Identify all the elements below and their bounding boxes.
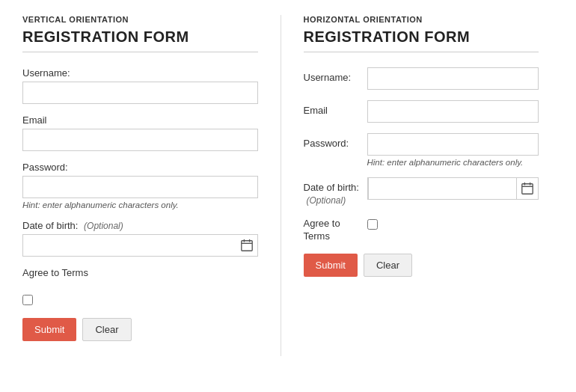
horizontal-agree-label: Agree to Terms [304,218,367,243]
vertical-email-input[interactable] [22,129,258,151]
horizontal-dob-input-wrap: 5/7/2020 [367,177,539,200]
svg-rect-0 [241,241,251,251]
vertical-password-hint: Hint: enter alphanumeric characters only… [22,200,258,209]
vertical-dob-group: Date of birth: (Optional) 5/7/2020 [22,220,258,257]
horizontal-submit-button[interactable]: Submit [304,254,358,277]
calendar-icon [521,182,534,195]
vertical-dob-field-wrapper: 5/7/2020 [22,234,258,257]
horizontal-section: HORIZONTAL ORIENTATION REGISTRATION FORM… [289,15,554,356]
main-layout: VERTICAL ORIENTATION REGISTRATION FORM U… [22,15,554,356]
vertical-dob-optional: (Optional) [84,221,123,231]
horizontal-username-input-wrap [367,67,539,90]
vertical-username-input[interactable] [22,82,258,104]
vertical-email-group: Email [22,114,258,151]
calendar-icon [240,239,254,252]
vertical-agree-label: Agree to Terms [22,267,88,278]
vertical-submit-button[interactable]: Submit [22,318,76,341]
vertical-form-title: REGISTRATION FORM [22,28,258,52]
horizontal-dob-label: Date of birth: (Optional) [304,177,367,207]
horizontal-agree-checkbox[interactable] [367,219,378,230]
vertical-button-row: Submit Clear [22,318,258,341]
horizontal-email-input[interactable] [367,100,539,123]
horizontal-form-title: REGISTRATION FORM [304,28,539,52]
vertical-password-label: Password: [22,162,258,173]
horizontal-username-label: Username: [304,67,367,83]
horizontal-dob-optional: (Optional) [307,195,346,206]
horizontal-email-group: Email [304,100,539,123]
vertical-dob-label: Date of birth: (Optional) [22,220,258,231]
horizontal-password-input-wrap: Hint: enter alphanumeric characters only… [367,133,539,167]
horizontal-dob-group: Date of birth: (Optional) 5/7/2020 [304,177,539,207]
horizontal-form: Username: Email Password: Hint: enter al… [304,67,539,277]
horizontal-email-input-wrap [367,100,539,123]
horizontal-section-label: HORIZONTAL ORIENTATION [304,15,539,24]
horizontal-username-group: Username: [304,67,539,90]
horizontal-calendar-button[interactable] [517,178,538,199]
horizontal-password-group: Password: Hint: enter alphanumeric chara… [304,133,539,167]
vertical-password-group: Password: Hint: enter alphanumeric chara… [22,162,258,209]
vertical-calendar-button[interactable] [236,235,257,256]
horizontal-dob-input[interactable]: 5/7/2020 [368,177,518,200]
vertical-password-input[interactable] [22,176,258,198]
vertical-username-label: Username: [22,67,258,79]
horizontal-agree-input-wrap [367,218,378,232]
horizontal-button-row: Submit Clear [304,254,539,277]
horizontal-email-label: Email [304,100,367,116]
vertical-agree-checkbox[interactable] [22,295,33,305]
svg-rect-4 [522,184,533,195]
horizontal-clear-button[interactable]: Clear [364,254,412,277]
vertical-clear-button[interactable]: Clear [82,318,131,341]
vertical-form: Username: Email Password: Hint: enter al… [22,67,258,341]
horizontal-password-hint: Hint: enter alphanumeric characters only… [367,158,539,167]
vertical-section-label: VERTICAL ORIENTATION [22,15,258,24]
horizontal-username-input[interactable] [367,67,539,90]
horizontal-password-input[interactable] [367,133,539,156]
vertical-dob-input[interactable]: 5/7/2020 [23,235,236,256]
horizontal-dob-field-wrapper: 5/7/2020 [367,177,539,200]
horizontal-password-label: Password: [304,133,367,149]
vertical-agree-row: Agree to Terms [22,267,258,283]
section-divider [281,15,281,356]
horizontal-agree-group: Agree to Terms [304,218,539,243]
vertical-section: VERTICAL ORIENTATION REGISTRATION FORM U… [22,15,273,356]
vertical-agree-group: Agree to Terms [22,267,258,307]
vertical-email-label: Email [22,114,258,126]
vertical-username-group: Username: [22,67,258,104]
